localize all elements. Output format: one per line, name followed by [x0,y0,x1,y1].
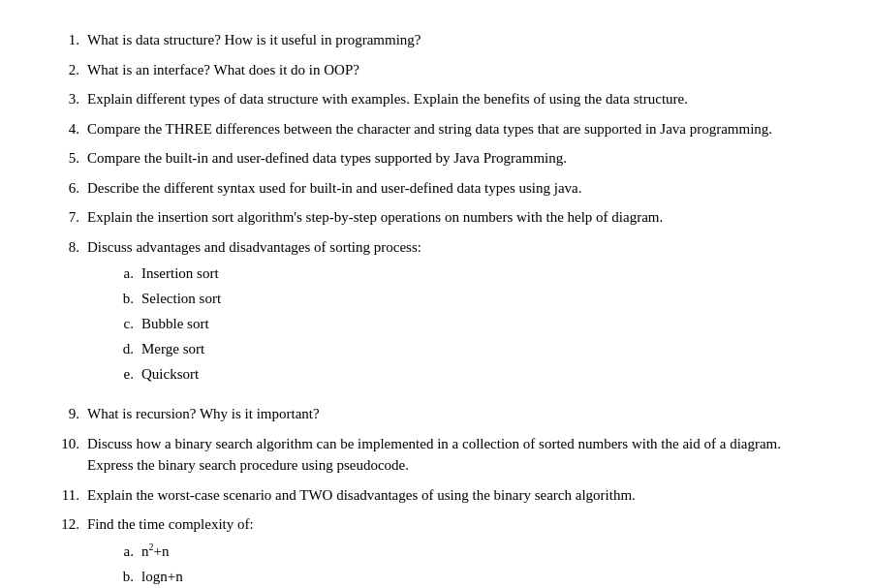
question-text: Explain different types of data structur… [87,88,825,110]
sub-letter: a. [107,262,134,285]
sub-list-item: b.logn+n [107,565,825,588]
question-number: 12. [48,513,79,588]
sub-letter: b. [107,565,134,588]
question-text: Explain the insertion sort algorithm's s… [87,206,825,229]
sub-text: n2+n [141,540,825,563]
question-number: 11. [48,484,79,507]
sub-list-item: a.Insertion sort [107,262,825,285]
sub-text: Bubble sort [141,312,825,335]
question-item: 11.Explain the worst-case scenario and T… [48,484,825,507]
question-item: 7.Explain the insertion sort algorithm's… [48,206,825,229]
question-item: 1.What is data structure? How is it usef… [48,29,825,51]
sub-letter: a. [107,540,134,563]
question-text: Compare the THREE differences between th… [87,118,825,140]
sub-text: Quicksort [141,362,825,386]
question-text: Discuss advantages and disadvantages of … [87,236,825,388]
question-item: 4.Compare the THREE differences between … [48,118,825,140]
sub-text: Selection sort [141,287,825,310]
question-number: 2. [48,59,79,81]
sub-letter: e. [107,362,134,386]
question-number: 5. [48,147,79,170]
question-text: What is an interface? What does it do in… [87,59,825,81]
sub-letter: d. [107,337,134,360]
sub-list-item: e.Quicksort [107,362,825,386]
question-item: 5.Compare the built-in and user-defined … [48,147,825,170]
sub-letter: b. [107,287,134,310]
question-item: 9.What is recursion? Why is it important… [48,403,825,425]
sub-text: Merge sort [141,337,825,360]
question-number: 7. [48,206,79,229]
question-text: What is recursion? Why is it important? [87,403,825,425]
question-item: 8.Discuss advantages and disadvantages o… [48,236,825,388]
question-number: 4. [48,118,79,140]
sub-list-item: c.Bubble sort [107,312,825,335]
question-text: What is data structure? How is it useful… [87,29,825,51]
question-item: 2.What is an interface? What does it do … [48,59,825,81]
question-text: Find the time complexity of:a.n2+nb.logn… [87,513,825,588]
question-number: 1. [48,29,79,51]
question-number: 6. [48,177,79,200]
sub-list-item: b.Selection sort [107,287,825,310]
question-item: 3.Explain different types of data struct… [48,88,825,110]
sub-letter: c. [107,312,134,335]
question-text: Compare the built-in and user-defined da… [87,147,825,170]
question-number: 8. [48,236,79,388]
question-list: 1.What is data structure? How is it usef… [48,29,825,588]
sub-list-item: a.n2+n [107,540,825,563]
question-number: 3. [48,88,79,110]
sub-text: Insertion sort [141,262,825,285]
question-number: 10. [48,433,79,477]
question-number: 9. [48,403,79,425]
question-item: 12.Find the time complexity of:a.n2+nb.l… [48,513,825,588]
question-item: 6.Describe the different syntax used for… [48,177,825,200]
sub-list-item: d.Merge sort [107,337,825,360]
sub-list: a.Insertion sortb.Selection sortc.Bubble… [107,262,825,386]
question-text: Discuss how a binary search algorithm ca… [87,433,825,477]
question-item: 10.Discuss how a binary search algorithm… [48,433,825,477]
sub-text: logn+n [141,565,825,588]
question-text: Describe the different syntax used for b… [87,177,825,200]
question-text: Explain the worst-case scenario and TWO … [87,484,825,507]
sub-list-complex: a.n2+nb.logn+n [107,540,825,588]
